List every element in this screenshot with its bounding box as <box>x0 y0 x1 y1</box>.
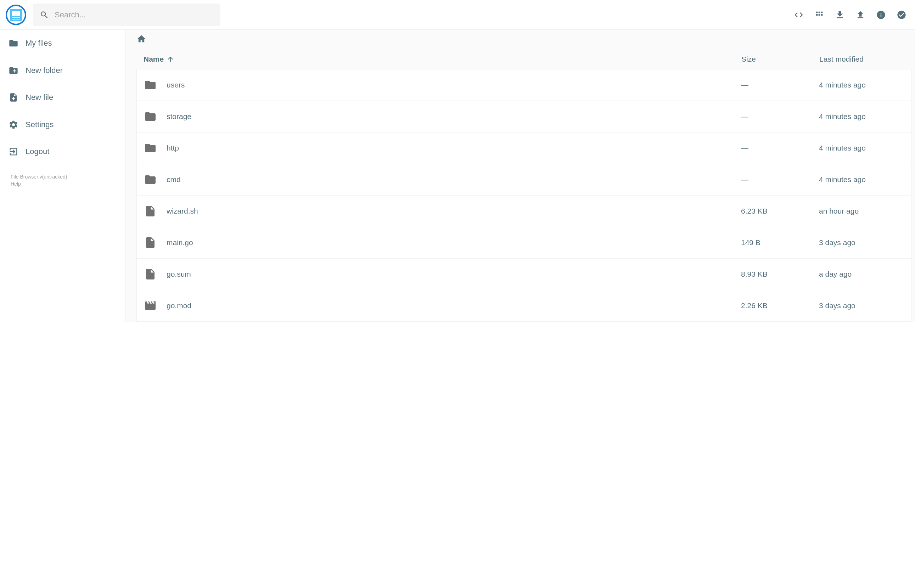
breadcrumb-home[interactable] <box>136 37 146 45</box>
sidebar-item-settings[interactable]: Settings <box>0 111 125 138</box>
file-row[interactable]: http—4 minutes ago <box>137 132 911 164</box>
arrow-up-icon <box>167 55 175 63</box>
file-size: — <box>741 81 819 89</box>
sidebar-item-label: New file <box>26 93 53 102</box>
search-box[interactable] <box>32 3 220 26</box>
file-row[interactable]: wizard.sh6.23 KBan hour ago <box>137 195 911 227</box>
column-header-size[interactable]: Size <box>741 55 819 63</box>
home-icon <box>136 34 146 44</box>
folder-icon <box>8 38 18 48</box>
file-name: storage <box>167 112 191 121</box>
sidebar-item-label: My files <box>26 39 52 48</box>
grid-icon <box>814 10 824 20</box>
file-name: main.go <box>167 238 193 247</box>
folder-icon <box>144 110 157 123</box>
file-size: 8.93 KB <box>741 270 819 278</box>
sidebar-item-new-file[interactable]: New file <box>0 84 125 111</box>
version-link[interactable]: File Browser v(untracked) <box>11 174 115 181</box>
sidebar-item-label: Logout <box>26 147 49 156</box>
file-modified: 4 minutes ago <box>819 175 904 184</box>
sidebar: My files New folder New file Settings Lo… <box>0 30 126 321</box>
file-modified: 4 minutes ago <box>819 112 904 121</box>
column-size-label: Size <box>741 55 756 63</box>
settings-icon <box>8 120 18 130</box>
shell-button[interactable] <box>794 10 804 20</box>
file-size: — <box>741 175 819 184</box>
check-circle-icon <box>897 10 907 20</box>
file-row[interactable]: storage—4 minutes ago <box>137 101 911 132</box>
file-name: wizard.sh <box>167 207 198 215</box>
file-row[interactable]: main.go149 B3 days ago <box>137 227 911 258</box>
info-icon <box>876 10 886 20</box>
download-button[interactable] <box>835 10 845 20</box>
info-button[interactable] <box>876 10 886 20</box>
view-grid-button[interactable] <box>814 10 824 20</box>
file-modified: 3 days ago <box>819 301 904 310</box>
column-header-modified[interactable]: Last modified <box>819 55 904 63</box>
file-modified: 4 minutes ago <box>819 144 904 152</box>
column-name-label: Name <box>144 55 164 63</box>
file-name: cmd <box>167 175 181 184</box>
breadcrumb <box>136 32 912 49</box>
header-actions <box>794 10 909 20</box>
sidebar-footer: File Browser v(untracked) Help <box>0 165 125 196</box>
folder-icon <box>144 79 157 91</box>
logout-icon <box>8 147 18 157</box>
sidebar-item-my-files[interactable]: My files <box>0 30 125 57</box>
file-list: users—4 minutes agostorage—4 minutes ago… <box>136 69 912 321</box>
list-header: Name Size Last modified <box>136 49 912 69</box>
column-modified-label: Last modified <box>819 55 863 63</box>
file-icon <box>144 236 157 249</box>
upload-icon <box>855 10 865 20</box>
help-link[interactable]: Help <box>11 181 115 188</box>
file-row[interactable]: cmd—4 minutes ago <box>137 164 911 195</box>
search-icon <box>40 10 49 19</box>
upload-button[interactable] <box>855 10 865 20</box>
file-row[interactable]: go.sum8.93 KBa day ago <box>137 258 911 290</box>
app-logo[interactable] <box>6 5 26 25</box>
file-name: go.mod <box>167 301 191 310</box>
main-content: Name Size Last modified users—4 minutes … <box>126 30 915 321</box>
file-name: go.sum <box>167 270 191 278</box>
file-size: — <box>741 112 819 121</box>
folder-icon <box>144 142 157 154</box>
file-icon <box>144 205 157 218</box>
folder-icon <box>144 173 157 186</box>
file-size: 2.26 KB <box>741 301 819 310</box>
file-size: 149 B <box>741 238 819 247</box>
select-button[interactable] <box>897 10 907 20</box>
file-modified: a day ago <box>819 270 904 278</box>
sidebar-item-label: New folder <box>26 66 63 75</box>
file-row[interactable]: go.mod2.26 KB3 days ago <box>137 290 911 321</box>
file-size: 6.23 KB <box>741 207 819 215</box>
create-file-icon <box>8 92 18 102</box>
file-modified: 4 minutes ago <box>819 81 904 89</box>
header <box>0 0 915 30</box>
file-row[interactable]: users—4 minutes ago <box>137 69 911 101</box>
file-name: users <box>167 81 184 89</box>
sidebar-item-logout[interactable]: Logout <box>0 138 125 165</box>
file-icon <box>144 268 157 281</box>
file-modified: 3 days ago <box>819 238 904 247</box>
search-input[interactable] <box>55 10 213 19</box>
download-icon <box>835 10 845 20</box>
sidebar-item-label: Settings <box>26 120 54 129</box>
file-size: — <box>741 144 819 152</box>
file-name: http <box>167 144 179 152</box>
create-folder-icon <box>8 66 18 76</box>
column-header-name[interactable]: Name <box>144 55 741 63</box>
file-modified: an hour ago <box>819 207 904 215</box>
code-icon <box>794 10 804 20</box>
sidebar-item-new-folder[interactable]: New folder <box>0 57 125 84</box>
movie-icon <box>144 299 157 312</box>
floppy-disk-icon <box>10 9 22 21</box>
